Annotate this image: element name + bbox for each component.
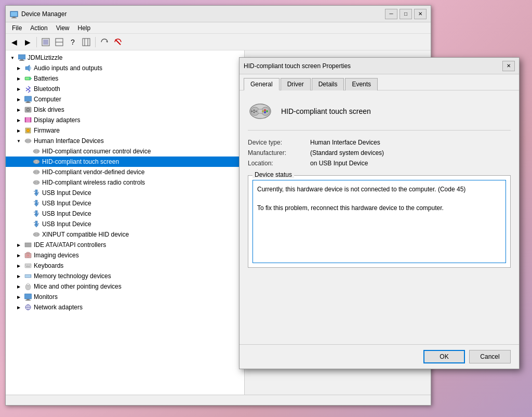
tree-item-label: Batteries — [34, 75, 58, 82]
dm-minimize-button[interactable]: ─ — [385, 9, 397, 19]
toolbar-refresh[interactable] — [98, 36, 111, 48]
hid-icon — [32, 158, 41, 166]
audio-icon — [24, 64, 32, 72]
tree-item[interactable]: ▶HID-compliant touch screen — [6, 157, 244, 167]
toolbar-remove[interactable] — [112, 36, 124, 48]
dm-close-button[interactable]: ✕ — [414, 9, 427, 19]
tree-expander[interactable]: ▶ — [15, 127, 22, 134]
tab-driver[interactable]: Driver — [281, 78, 311, 90]
tree-item-label: USB Input Device — [42, 220, 91, 228]
tree-expander[interactable]: ▶ — [15, 241, 22, 249]
tree-item[interactable]: ▶USB Input Device — [6, 188, 244, 198]
tree-item-label: Monitors — [34, 293, 58, 301]
menu-action[interactable]: Action — [26, 23, 51, 33]
svg-point-102 — [262, 110, 264, 112]
dm-maximize-button[interactable]: □ — [400, 9, 412, 19]
menu-help[interactable]: Help — [74, 23, 95, 33]
tab-details[interactable]: Details — [312, 78, 344, 90]
tree-item[interactable]: ▶Batteries — [6, 73, 244, 84]
props-close-button[interactable]: ✕ — [502, 61, 515, 71]
usb-icon — [32, 210, 41, 218]
tree-item-label: USB Input Device — [42, 210, 91, 217]
disk-icon — [24, 106, 32, 114]
tree-item[interactable]: ▶USB Input Device — [6, 208, 244, 219]
device-tree[interactable]: ▼ JDMLiztizzle ▶Audio inputs and outputs… — [6, 50, 245, 395]
tree-item-label: HID-compliant touch screen — [42, 158, 119, 165]
imaging-icon — [24, 251, 32, 259]
menu-view[interactable]: View — [52, 23, 74, 33]
tree-item[interactable]: ▶Network adapters — [6, 302, 244, 312]
tree-item[interactable]: ▶HID-compliant consumer control device — [6, 146, 244, 157]
tree-item[interactable]: ▶Monitors — [6, 292, 244, 302]
toolbar-sep-2 — [95, 37, 96, 47]
tree-item[interactable]: ▶Disk drives — [6, 105, 244, 115]
svg-point-63 — [37, 233, 39, 236]
tab-events[interactable]: Events — [345, 78, 378, 90]
props-device-type-value: Human Interface Devices — [310, 139, 380, 146]
svg-rect-1 — [11, 12, 17, 16]
tab-general[interactable]: General — [244, 78, 280, 90]
svg-rect-2 — [12, 17, 16, 18]
tree-expander[interactable]: ▶ — [15, 64, 22, 72]
dm-menubar: File Action View Help — [6, 22, 431, 34]
svg-point-32 — [29, 140, 31, 142]
toolbar-sep-1 — [36, 37, 37, 47]
ok-button[interactable]: OK — [423, 350, 465, 363]
tree-item[interactable]: ▶USB Input Device — [6, 198, 244, 208]
toolbar-btn4[interactable] — [80, 36, 92, 48]
tree-item[interactable]: ▶Audio inputs and outputs — [6, 63, 244, 73]
tree-expander[interactable]: ▶ — [15, 106, 22, 113]
props-location-row: Location: on USB Input Device — [248, 160, 511, 167]
tree-root[interactable]: ▼ JDMLiztizzle — [6, 53, 244, 63]
usb-icon — [32, 189, 41, 197]
tree-item[interactable]: ▶Imaging devices — [6, 250, 244, 260]
tree-expander[interactable]: ▶ — [15, 304, 22, 311]
tree-item[interactable]: ▶USB Input Device — [6, 219, 244, 229]
tree-item[interactable]: ▶Mice and other pointing devices — [6, 281, 244, 292]
tree-item[interactable]: ▶XINPUT compatible HID device — [6, 229, 244, 240]
tree-expander[interactable]: ▶ — [15, 252, 22, 259]
tree-expander[interactable]: ▶ — [15, 75, 22, 82]
bluetooth-icon — [24, 85, 32, 93]
toolbar-btn3[interactable]: ? — [66, 36, 79, 48]
tree-item[interactable]: ▶HID-compliant wireless radio controls — [6, 177, 244, 188]
tree-item[interactable]: ▼Human Interface Devices — [6, 136, 244, 146]
root-expander[interactable]: ▼ — [9, 54, 16, 61]
tree-item[interactable]: ▶IDE ATA/ATAPI controllers — [6, 240, 244, 250]
toolbar-back[interactable]: ◀ — [8, 36, 20, 48]
tree-expander[interactable]: ▶ — [15, 262, 22, 269]
tree-item-label: Keyboards — [34, 262, 63, 269]
battery-icon — [24, 74, 32, 83]
tree-expander[interactable]: ▶ — [15, 116, 22, 124]
tree-item[interactable]: ▶Computer — [6, 94, 244, 105]
toolbar-btn2[interactable] — [53, 36, 65, 48]
tree-item[interactable]: ▶Bluetooth — [6, 84, 244, 94]
tree-expander[interactable]: ▼ — [15, 137, 22, 145]
tree-item[interactable]: ▶Keyboards — [6, 260, 244, 271]
svg-rect-71 — [25, 265, 26, 266]
tree-expander[interactable]: ▶ — [15, 293, 22, 301]
keyboard-icon — [24, 262, 32, 270]
tree-item-label: IDE ATA/ATAPI controllers — [34, 241, 106, 249]
svg-point-25 — [28, 109, 29, 110]
menu-file[interactable]: File — [8, 23, 26, 33]
cancel-button[interactable]: Cancel — [469, 350, 511, 363]
hid-icon — [32, 178, 41, 187]
tree-item[interactable]: ▶Memory technology devices — [6, 271, 244, 281]
device-status-text[interactable]: Currently, this hardware device is not c… — [252, 180, 506, 263]
tree-item[interactable]: ▶Firmware — [6, 125, 244, 136]
tree-expander[interactable]: ▶ — [15, 96, 22, 103]
tree-expander[interactable]: ▶ — [15, 272, 22, 280]
tree-item-label: Bluetooth — [34, 85, 60, 93]
device-status-legend: Device status — [252, 171, 294, 178]
tree-item[interactable]: ▶Display adapters — [6, 115, 244, 125]
tree-item[interactable]: ▶HID-compliant vendor-defined device — [6, 167, 244, 177]
svg-marker-16 — [25, 65, 30, 71]
tree-expander[interactable]: ▶ — [15, 283, 22, 290]
svg-marker-27 — [26, 118, 30, 122]
svg-rect-20 — [24, 96, 32, 101]
svg-rect-70 — [25, 264, 31, 268]
toolbar-btn1[interactable] — [39, 36, 52, 48]
toolbar-forward[interactable]: ▶ — [21, 36, 34, 48]
tree-expander[interactable]: ▶ — [15, 85, 22, 93]
